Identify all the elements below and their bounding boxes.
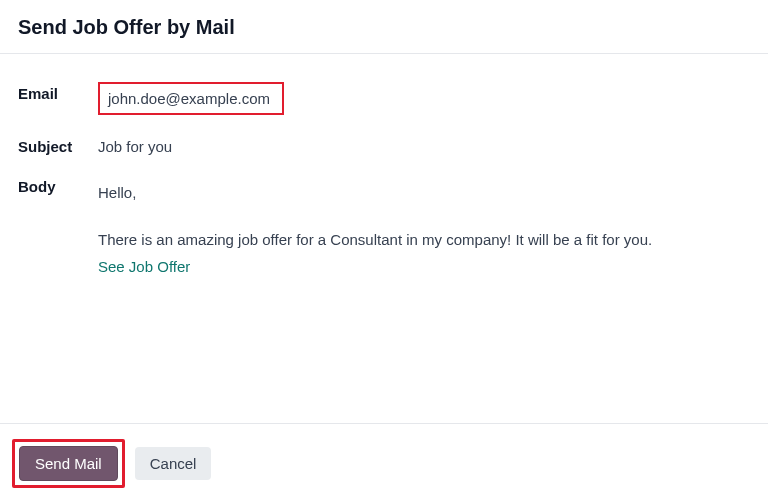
body-row: Body Hello, There is an amazing job offe…: [18, 175, 750, 279]
body-text: There is an amazing job offer for a Cons…: [98, 228, 740, 253]
body-label: Body: [18, 175, 98, 195]
email-row: Email john.doe@example.com: [18, 82, 750, 115]
send-mail-highlight-box: Send Mail: [12, 439, 125, 488]
see-job-offer-link[interactable]: See Job Offer: [98, 255, 190, 280]
email-label: Email: [18, 82, 98, 102]
subject-label: Subject: [18, 135, 98, 155]
dialog-header: Send Job Offer by Mail: [0, 0, 768, 53]
form-area: Email john.doe@example.com Subject Job f…: [0, 54, 768, 319]
cancel-button[interactable]: Cancel: [135, 447, 212, 480]
body-greeting: Hello,: [98, 181, 740, 206]
subject-row: Subject Job for you: [18, 135, 750, 155]
dialog-footer: Send Mail Cancel: [0, 423, 768, 503]
body-field[interactable]: Hello, There is an amazing job offer for…: [98, 175, 750, 279]
subject-field[interactable]: Job for you: [98, 135, 750, 155]
send-mail-button[interactable]: Send Mail: [19, 446, 118, 481]
email-highlight-box: john.doe@example.com: [98, 82, 284, 115]
email-field[interactable]: john.doe@example.com: [98, 82, 284, 115]
dialog-title: Send Job Offer by Mail: [18, 16, 750, 39]
